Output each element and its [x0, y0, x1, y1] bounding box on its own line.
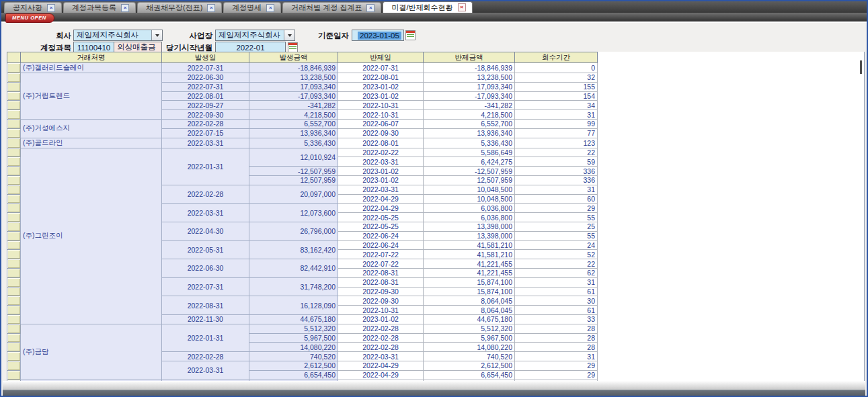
occur-amount-cell[interactable]: 5,512,320 — [249, 324, 338, 333]
settle-amount-cell[interactable]: 6,036,800 — [424, 213, 515, 222]
collection-days-cell[interactable]: 0 — [515, 63, 598, 73]
row-selector-cell[interactable] — [7, 73, 21, 83]
occur-date-cell[interactable]: 2022-01-31 — [162, 148, 249, 185]
occur-date-cell[interactable]: 2022-08-31 — [162, 296, 249, 315]
occur-amount-cell[interactable]: -12,507,959 — [249, 167, 338, 176]
row-selector-cell[interactable] — [7, 333, 21, 343]
collection-days-cell[interactable]: 29 — [515, 370, 598, 380]
settle-amount-cell[interactable]: -12,507,959 — [424, 167, 515, 176]
row-selector-cell[interactable] — [7, 287, 21, 296]
settle-date-cell[interactable]: 2022-02-28 — [338, 343, 424, 352]
collection-days-cell[interactable]: 34 — [515, 101, 598, 110]
occur-amount-cell[interactable]: 4,218,500 — [249, 110, 338, 120]
vendor-cell[interactable]: (주)거림트렌드 — [21, 73, 162, 120]
horizontal-scroll-area[interactable] — [3, 381, 865, 390]
occur-date-cell[interactable]: 2022-07-31 — [162, 63, 249, 73]
collection-days-cell[interactable]: 24 — [515, 240, 598, 250]
row-selector-cell[interactable] — [7, 296, 21, 306]
settle-amount-cell[interactable]: 6,552,700 — [424, 119, 515, 128]
collection-days-cell[interactable]: 31 — [515, 185, 598, 194]
collection-days-cell[interactable]: 123 — [515, 138, 598, 148]
settle-amount-cell[interactable]: 4,218,500 — [424, 110, 515, 120]
settle-date-cell[interactable]: 2022-03-31 — [338, 352, 424, 361]
settle-date-cell[interactable]: 2022-07-22 — [338, 250, 424, 259]
row-selector-cell[interactable] — [7, 175, 21, 185]
settle-amount-cell[interactable]: 5,512,320 — [424, 324, 515, 333]
settle-amount-cell[interactable]: 8,064,045 — [424, 306, 515, 315]
occur-date-cell[interactable]: 2022-06-30 — [162, 73, 249, 83]
settle-date-cell[interactable]: 2022-09-30 — [338, 128, 424, 138]
settle-date-cell[interactable]: 2023-01-02 — [338, 91, 424, 101]
settle-amount-cell[interactable]: 5,967,500 — [424, 333, 515, 343]
settle-date-cell[interactable]: 2023-01-02 — [338, 82, 424, 91]
occur-amount-cell[interactable]: 13,936,340 — [249, 128, 338, 138]
settle-amount-cell[interactable]: 6,654,450 — [424, 370, 515, 380]
vendor-cell[interactable]: (주)그린조이 — [21, 148, 162, 324]
row-selector-cell[interactable] — [7, 306, 21, 315]
occur-amount-cell[interactable]: -17,093,340 — [249, 91, 338, 101]
row-selector-cell[interactable] — [7, 361, 21, 370]
row-selector-cell[interactable] — [7, 343, 21, 352]
settle-amount-cell[interactable]: 41,581,210 — [424, 240, 515, 250]
collection-days-cell[interactable]: 55 — [515, 213, 598, 222]
occur-amount-cell[interactable]: 44,675,180 — [249, 314, 338, 324]
settle-date-cell[interactable]: 2022-05-25 — [338, 222, 424, 231]
row-selector-cell[interactable] — [7, 101, 21, 110]
vendor-cell[interactable]: (주)거성에스지 — [21, 119, 162, 138]
tab-close-icon[interactable]: × — [458, 3, 466, 11]
occur-amount-cell[interactable]: 17,093,340 — [249, 82, 338, 91]
tab-close-icon[interactable]: × — [207, 4, 215, 12]
tab-2[interactable]: 채권채무장(전표)× — [137, 2, 222, 13]
occur-date-cell[interactable]: 2022-07-31 — [162, 277, 249, 296]
collection-days-cell[interactable]: 28 — [515, 343, 598, 352]
collection-days-cell[interactable]: 61 — [515, 287, 598, 296]
column-header-3[interactable]: 반제일 — [338, 52, 424, 63]
collection-days-cell[interactable]: 25 — [515, 222, 598, 231]
occur-amount-cell[interactable]: 12,010,924 — [249, 148, 338, 167]
collection-days-cell[interactable]: 33 — [515, 314, 598, 324]
occur-date-cell[interactable]: 2022-01-31 — [162, 324, 249, 351]
occur-date-cell[interactable]: 2022-05-31 — [162, 240, 249, 259]
occur-amount-cell[interactable]: 6,654,450 — [249, 370, 338, 380]
calendar-icon[interactable] — [405, 30, 416, 40]
settle-amount-cell[interactable]: -341,282 — [424, 101, 515, 110]
occur-date-cell[interactable]: 2022-07-15 — [162, 128, 249, 138]
column-header-1[interactable]: 발생일 — [162, 52, 249, 63]
collection-days-cell[interactable]: 155 — [515, 82, 598, 91]
tab-close-icon[interactable]: × — [47, 4, 55, 12]
chevron-down-icon[interactable] — [284, 30, 294, 40]
occur-amount-cell[interactable]: 5,967,500 — [249, 333, 338, 343]
collection-days-cell[interactable]: 99 — [515, 119, 598, 128]
occur-date-cell[interactable]: 2022-06-30 — [162, 259, 249, 278]
row-selector-cell[interactable] — [7, 185, 21, 194]
settle-amount-cell[interactable]: 13,936,340 — [424, 128, 515, 138]
settle-date-cell[interactable]: 2023-01-02 — [338, 314, 424, 324]
occur-amount-cell[interactable]: 5,336,430 — [249, 138, 338, 148]
occur-amount-cell[interactable]: 26,796,000 — [249, 222, 338, 240]
row-selector-cell[interactable] — [7, 148, 21, 157]
settle-date-cell[interactable]: 2023-01-02 — [338, 167, 424, 176]
tab-5[interactable]: 미결/반제회수현황× — [383, 1, 472, 13]
settle-date-cell[interactable]: 2022-10-31 — [338, 110, 424, 120]
collection-days-cell[interactable]: 32 — [515, 73, 598, 83]
menu-open-button[interactable]: MENU OPEN — [5, 13, 54, 23]
collection-days-cell[interactable]: 336 — [515, 175, 598, 185]
collection-days-cell[interactable]: 28 — [515, 324, 598, 333]
collection-days-cell[interactable]: 55 — [515, 231, 598, 240]
occur-amount-cell[interactable]: 2,612,500 — [249, 361, 338, 370]
occur-amount-cell[interactable]: 12,507,959 — [249, 175, 338, 185]
column-header-0[interactable]: 거래처명 — [21, 52, 162, 63]
occur-amount-cell[interactable]: 16,128,090 — [249, 296, 338, 315]
settle-amount-cell[interactable]: 12,507,959 — [424, 175, 515, 185]
settle-amount-cell[interactable]: 740,520 — [424, 352, 515, 361]
occur-date-cell[interactable]: 2022-11-30 — [162, 314, 249, 324]
row-selector-cell[interactable] — [7, 119, 21, 128]
collection-days-cell[interactable]: 52 — [515, 250, 598, 259]
collection-days-cell[interactable]: 60 — [515, 194, 598, 204]
tab-close-icon[interactable]: × — [266, 4, 274, 12]
row-selector-cell[interactable] — [7, 240, 21, 250]
settle-amount-cell[interactable]: 41,221,455 — [424, 259, 515, 269]
settle-date-cell[interactable]: 2022-04-29 — [338, 194, 424, 204]
settle-date-cell[interactable]: 2022-06-24 — [338, 240, 424, 250]
settle-amount-cell[interactable]: 15,874,100 — [424, 277, 515, 287]
